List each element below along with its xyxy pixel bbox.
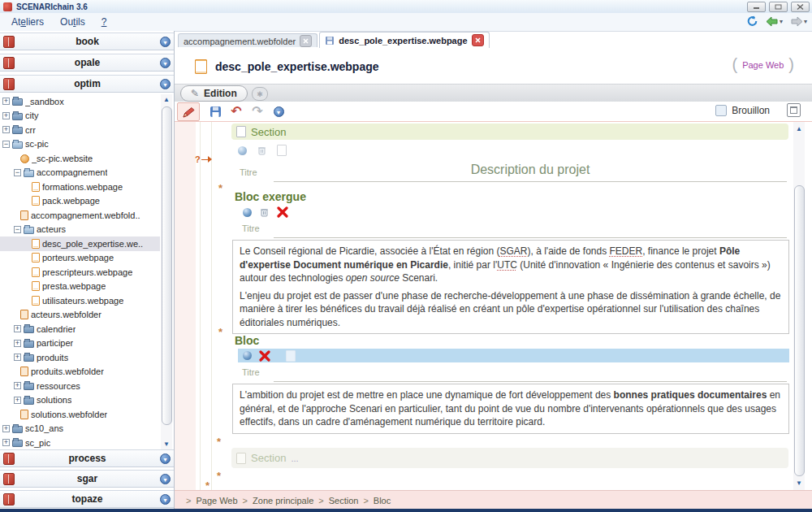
- titre-field[interactable]: [274, 365, 787, 382]
- minimize-button[interactable]: [747, 2, 766, 12]
- workshop-header[interactable]: process ▼: [0, 449, 174, 467]
- workshop-menu-button[interactable]: ▼: [160, 474, 171, 484]
- selected-block-toolbar[interactable]: [238, 349, 789, 362]
- tree-item[interactable]: prescripteurs.webpage: [0, 265, 160, 280]
- workshop-header[interactable]: book ▼: [0, 33, 174, 50]
- tree-expander[interactable]: +: [14, 354, 21, 361]
- tree-expander[interactable]: +: [14, 325, 21, 332]
- tree-item[interactable]: pack.webpage: [0, 194, 160, 209]
- tree-expander[interactable]: +: [2, 425, 10, 432]
- tree-item[interactable]: + sc_pic: [0, 436, 160, 449]
- tree-expander[interactable]: +: [2, 126, 10, 133]
- save-button[interactable]: [207, 103, 223, 119]
- menu-item-ateliers[interactable]: Ateliers: [6, 15, 49, 29]
- tree-item[interactable]: + crr: [0, 123, 160, 137]
- globe-icon[interactable]: [238, 146, 247, 155]
- undo-button[interactable]: ↶: [228, 103, 244, 119]
- delete-x-icon[interactable]: [259, 350, 270, 362]
- editor-scrollbar-thumb[interactable]: [794, 185, 805, 476]
- tab-close-button[interactable]: [300, 35, 312, 47]
- tree-expander[interactable]: +: [2, 98, 10, 105]
- menu-item-help[interactable]: ?: [97, 15, 112, 29]
- workshop-header[interactable]: sgar ▼: [0, 470, 174, 488]
- tree-expander[interactable]: +: [14, 340, 21, 347]
- trash-icon[interactable]: [257, 145, 266, 155]
- titre-field[interactable]: [274, 221, 787, 238]
- tree-scrollbar-thumb[interactable]: [162, 106, 172, 425]
- tree-item[interactable]: _sc-pic.website: [0, 151, 160, 166]
- breadcrumb-item[interactable]: > Section: [313, 496, 358, 505]
- close-button[interactable]: [791, 2, 810, 12]
- tree-item[interactable]: produits.webfolder: [0, 365, 160, 380]
- section-bar[interactable]: Section: [231, 124, 788, 140]
- tree-scrollbar[interactable]: ▲ ▼: [161, 94, 172, 449]
- add-page-icon[interactable]: [277, 145, 287, 156]
- tree-expander[interactable]: +: [14, 382, 21, 389]
- breadcrumb-item[interactable]: > Zone principale: [238, 496, 314, 505]
- tree-item[interactable]: presta.webpage: [0, 280, 160, 294]
- workshop-menu-button[interactable]: ▼: [160, 79, 171, 89]
- back-button[interactable]: ▾: [766, 16, 783, 27]
- tree-expander[interactable]: −: [14, 169, 21, 176]
- workshop-header[interactable]: opale ▼: [0, 54, 174, 72]
- maximize-button[interactable]: [769, 2, 788, 12]
- delete-x-icon[interactable]: [277, 206, 288, 218]
- tree-item[interactable]: + ressources: [0, 379, 160, 393]
- gear-tab[interactable]: ✱: [252, 87, 268, 101]
- redo-button[interactable]: ↷: [249, 103, 266, 119]
- draft-checkbox[interactable]: [715, 105, 727, 116]
- tab-close-button[interactable]: [472, 34, 484, 46]
- editor-scrollbar[interactable]: ▲ ▼: [793, 122, 805, 490]
- tree-item[interactable]: + solutions: [0, 393, 160, 408]
- workshop-menu-button[interactable]: ▼: [160, 37, 171, 47]
- scroll-down-icon[interactable]: ▼: [793, 478, 805, 488]
- menu-item-outils[interactable]: Outils: [55, 15, 90, 29]
- refresh-button[interactable]: [746, 15, 758, 27]
- forward-button[interactable]: ▾: [790, 16, 807, 27]
- section-title-field[interactable]: Description du projet: [274, 161, 787, 182]
- tree-expander[interactable]: +: [14, 397, 21, 404]
- tree-expander[interactable]: −: [14, 226, 21, 233]
- insert-marker[interactable]: ?: [195, 154, 212, 164]
- tree-expander[interactable]: −: [2, 141, 10, 148]
- block-heading[interactable]: Bloc exergue: [235, 190, 306, 203]
- tree-item[interactable]: porteurs.webpage: [0, 251, 160, 266]
- tree-item[interactable]: + sc10_ans: [0, 422, 160, 436]
- tree-expander[interactable]: +: [2, 439, 10, 446]
- ghost-section-bar[interactable]: Section ...: [231, 448, 788, 468]
- tree-item[interactable]: + city: [0, 109, 160, 124]
- scroll-down-icon[interactable]: ▼: [161, 439, 172, 449]
- scroll-up-icon[interactable]: ▲: [793, 124, 805, 134]
- tree-item[interactable]: − acteurs: [0, 223, 160, 237]
- tree-item[interactable]: − accompagnement: [0, 166, 160, 180]
- tab-edition[interactable]: ✎ Edition: [180, 85, 248, 102]
- workshop-menu-button[interactable]: ▼: [160, 494, 171, 505]
- workshop-header[interactable]: optim ▼: [0, 75, 174, 93]
- tree-item[interactable]: desc_pole_expertise.we..: [0, 236, 160, 251]
- tab-accompagnement-webfolder[interactable]: accompagnement.webfolder: [178, 33, 317, 48]
- tree-expander[interactable]: +: [2, 112, 10, 119]
- rich-text-area[interactable]: Le Conseil régional de Picardie, associé…: [232, 240, 789, 334]
- fullscreen-button[interactable]: [787, 103, 801, 117]
- tree-item[interactable]: − sc-pic: [0, 137, 160, 152]
- scroll-up-icon[interactable]: ▲: [161, 94, 172, 105]
- tree-item[interactable]: acteurs.webfolder: [0, 308, 160, 323]
- toolbar-menu-button[interactable]: ▼: [270, 103, 287, 119]
- globe-icon[interactable]: [243, 351, 252, 360]
- tree-item[interactable]: accompagnement.webfold..: [0, 208, 160, 223]
- tree-item[interactable]: + _sandbox: [0, 94, 160, 109]
- tab-desc-pole-expertise[interactable]: desc_pole_expertise.webpage: [319, 32, 489, 48]
- tree-item[interactable]: + calendrier: [0, 322, 160, 336]
- workshop-menu-button[interactable]: ▼: [160, 58, 171, 68]
- workshop-menu-button[interactable]: ▼: [160, 453, 171, 464]
- tree-item[interactable]: formations.webpage: [0, 180, 160, 194]
- workshop-header[interactable]: topaze ▼: [0, 490, 174, 508]
- breadcrumb-item[interactable]: > Page Web: [181, 496, 238, 505]
- add-page-icon[interactable]: [286, 350, 296, 362]
- rich-text-area[interactable]: L'ambition du projet est de mettre en pl…: [232, 384, 789, 434]
- tree-item[interactable]: solutions.webfolder: [0, 407, 160, 422]
- trash-icon[interactable]: [260, 207, 269, 217]
- tree-item[interactable]: + participer: [0, 336, 160, 351]
- tree-item[interactable]: + produits: [0, 350, 160, 365]
- block-heading[interactable]: Bloc: [235, 334, 259, 347]
